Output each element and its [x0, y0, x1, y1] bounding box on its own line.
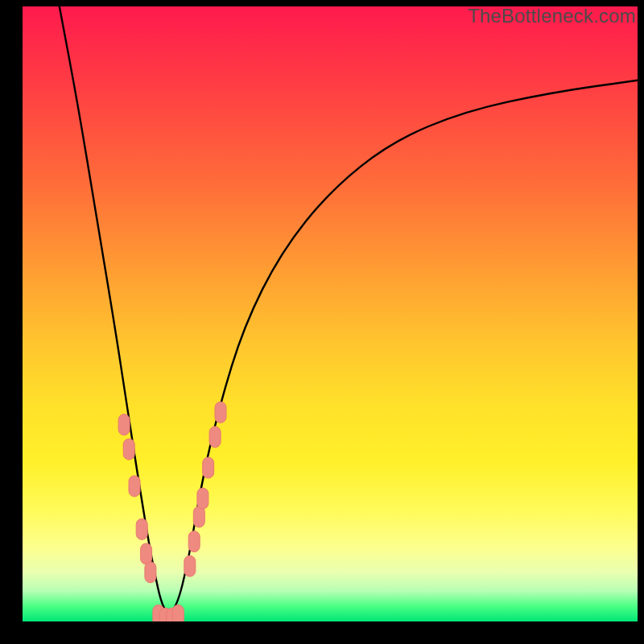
highlighted-markers	[118, 402, 226, 621]
marker	[193, 506, 204, 527]
marker	[184, 555, 196, 576]
marker	[118, 415, 130, 436]
watermark-text: TheBottleneck.com	[468, 5, 636, 27]
marker	[145, 562, 156, 583]
marker	[129, 476, 140, 497]
marker	[215, 402, 226, 423]
marker	[136, 518, 147, 539]
marker	[123, 439, 134, 460]
marker	[141, 543, 152, 564]
marker	[188, 531, 200, 552]
chart-frame: TheBottleneck.com	[0, 0, 644, 644]
chart-svg	[23, 6, 638, 621]
marker	[209, 427, 221, 448]
marker	[203, 457, 214, 478]
plot-area	[23, 6, 638, 621]
marker	[172, 605, 184, 621]
marker	[197, 488, 208, 509]
